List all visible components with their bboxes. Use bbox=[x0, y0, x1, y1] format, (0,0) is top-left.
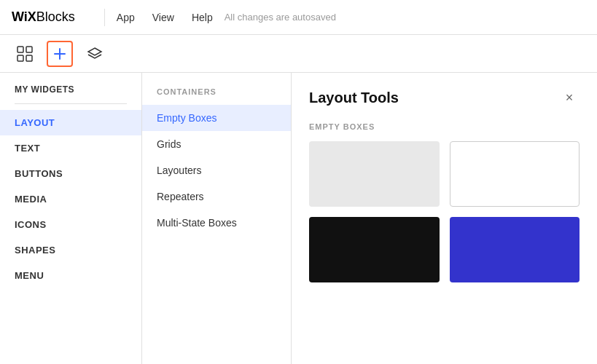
close-button[interactable]: × bbox=[559, 87, 580, 108]
autosave-status: All changes are autosaved bbox=[225, 12, 336, 23]
svg-rect-0 bbox=[17, 47, 23, 52]
top-nav: WiXBlocks App View Help All changes are … bbox=[0, 0, 597, 35]
right-panel-title: Layout Tools bbox=[309, 90, 399, 106]
nav-separator bbox=[104, 9, 105, 26]
widget-icon bbox=[17, 46, 33, 62]
logo-wix: WiX bbox=[12, 9, 36, 25]
layers-icon bbox=[87, 46, 103, 62]
panel-item-empty-boxes[interactable]: Empty Boxes bbox=[142, 105, 291, 131]
box-white[interactable] bbox=[450, 141, 580, 207]
box-black[interactable] bbox=[309, 217, 440, 282]
box-light-gray[interactable] bbox=[309, 141, 440, 207]
svg-rect-2 bbox=[17, 55, 23, 61]
nav-app[interactable]: App bbox=[117, 12, 135, 23]
sidebar-item-layout[interactable]: LAYOUT bbox=[0, 110, 141, 135]
nav-help[interactable]: Help bbox=[192, 12, 213, 23]
logo: WiXBlocks bbox=[12, 9, 75, 25]
sidebar-item-icons[interactable]: ICONS bbox=[0, 212, 141, 237]
sidebar-item-text[interactable]: TEXT bbox=[0, 135, 141, 161]
svg-rect-1 bbox=[26, 47, 32, 52]
toolbar bbox=[0, 35, 597, 73]
add-button[interactable] bbox=[47, 41, 73, 67]
svg-rect-3 bbox=[26, 55, 32, 61]
right-panel: Layout Tools × EMPTY BOXES bbox=[292, 73, 597, 364]
widget-icon-button[interactable] bbox=[12, 41, 38, 67]
sidebar-item-shapes[interactable]: SHAPES bbox=[0, 237, 141, 263]
svg-marker-6 bbox=[88, 48, 101, 55]
middle-panel: CONTAINERS Empty Boxes Grids Layouters R… bbox=[142, 73, 292, 364]
boxes-grid bbox=[309, 141, 580, 282]
right-panel-header: Layout Tools × bbox=[309, 87, 580, 108]
panel-item-grids[interactable]: Grids bbox=[142, 131, 291, 157]
logo-blocks: Blocks bbox=[36, 9, 75, 25]
layers-button[interactable] bbox=[82, 41, 108, 67]
sidebar-item-buttons[interactable]: BUTTONS bbox=[0, 161, 141, 186]
left-sidebar: MY WIDGETS LAYOUT TEXT BUTTONS MEDIA ICO… bbox=[0, 73, 142, 364]
sidebar-item-media[interactable]: MEDIA bbox=[0, 186, 141, 212]
nav-links: App View Help bbox=[117, 12, 213, 23]
empty-boxes-label: EMPTY BOXES bbox=[309, 122, 580, 131]
plus-icon bbox=[53, 47, 66, 60]
sidebar-item-menu[interactable]: MENU bbox=[0, 263, 141, 288]
panel-item-multi-state[interactable]: Multi-State Boxes bbox=[142, 210, 291, 236]
containers-title: CONTAINERS bbox=[142, 87, 291, 105]
sidebar-divider bbox=[15, 103, 127, 104]
box-blue[interactable] bbox=[450, 217, 580, 282]
main-container: MY WIDGETS LAYOUT TEXT BUTTONS MEDIA ICO… bbox=[0, 73, 597, 364]
panel-item-layouters[interactable]: Layouters bbox=[142, 157, 291, 183]
nav-view[interactable]: View bbox=[152, 12, 174, 23]
panel-item-repeaters[interactable]: Repeaters bbox=[142, 183, 291, 210]
sidebar-title: MY WIDGETS bbox=[0, 84, 141, 103]
